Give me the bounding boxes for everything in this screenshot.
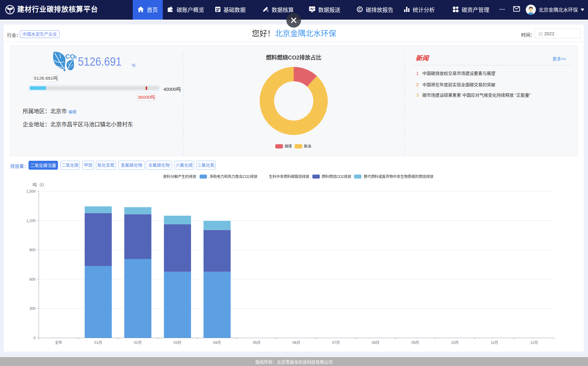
svg-text:09月: 09月 [411, 341, 419, 345]
svg-text:04月: 04月 [213, 341, 221, 345]
svg-text:CO: CO [65, 53, 75, 60]
svg-text:1,200: 1,200 [26, 219, 36, 223]
svg-text:吨（t）: 吨（t） [32, 182, 47, 187]
svg-text:全年: 全年 [55, 340, 62, 345]
svg-text:08月: 08月 [372, 341, 380, 345]
svg-text:2: 2 [74, 55, 77, 60]
svg-text:05月: 05月 [253, 341, 261, 345]
svg-text:01月: 01月 [94, 341, 102, 345]
svg-text:07月: 07月 [332, 341, 340, 345]
svg-text:12月: 12月 [530, 341, 538, 345]
svg-text:06月: 06月 [292, 341, 300, 345]
svg-text:C: C [358, 7, 361, 12]
svg-text:600: 600 [29, 277, 36, 282]
svg-text:11月: 11月 [491, 341, 498, 345]
svg-text:1,500: 1,500 [26, 189, 36, 194]
svg-text:10月: 10月 [451, 341, 459, 345]
svg-text:900: 900 [29, 248, 36, 252]
svg-text:0: 0 [33, 336, 36, 340]
svg-text:300: 300 [29, 306, 36, 311]
svg-text:03月: 03月 [174, 341, 181, 345]
svg-text:02月: 02月 [134, 341, 142, 345]
